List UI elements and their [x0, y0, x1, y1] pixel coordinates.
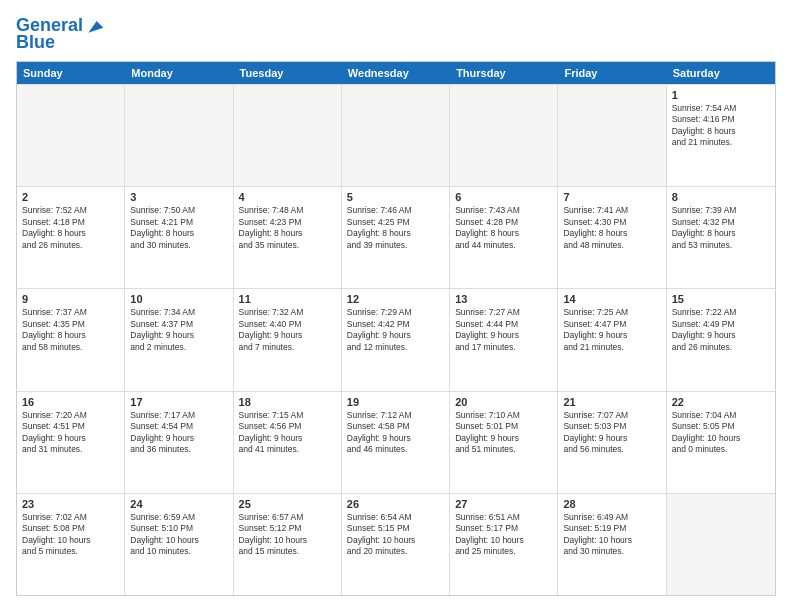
calendar-header: SundayMondayTuesdayWednesdayThursdayFrid… [17, 62, 775, 84]
cell-sun-info: Sunrise: 7:32 AM Sunset: 4:40 PM Dayligh… [239, 307, 336, 353]
cell-sun-info: Sunrise: 7:29 AM Sunset: 4:42 PM Dayligh… [347, 307, 444, 353]
calendar-cell [125, 85, 233, 186]
calendar-row: 9Sunrise: 7:37 AM Sunset: 4:35 PM Daylig… [17, 288, 775, 390]
weekday-header: Friday [558, 62, 666, 84]
calendar-body: 1Sunrise: 7:54 AM Sunset: 4:16 PM Daylig… [17, 84, 775, 595]
cell-sun-info: Sunrise: 7:46 AM Sunset: 4:25 PM Dayligh… [347, 205, 444, 251]
cell-sun-info: Sunrise: 7:34 AM Sunset: 4:37 PM Dayligh… [130, 307, 227, 353]
calendar-cell [450, 85, 558, 186]
calendar-row: 1Sunrise: 7:54 AM Sunset: 4:16 PM Daylig… [17, 84, 775, 186]
cell-sun-info: Sunrise: 7:39 AM Sunset: 4:32 PM Dayligh… [672, 205, 770, 251]
day-number: 23 [22, 498, 119, 510]
weekday-header: Thursday [450, 62, 558, 84]
cell-sun-info: Sunrise: 7:41 AM Sunset: 4:30 PM Dayligh… [563, 205, 660, 251]
calendar-cell: 24Sunrise: 6:59 AM Sunset: 5:10 PM Dayli… [125, 494, 233, 595]
day-number: 20 [455, 396, 552, 408]
day-number: 2 [22, 191, 119, 203]
logo-icon [85, 16, 105, 36]
cell-sun-info: Sunrise: 6:54 AM Sunset: 5:15 PM Dayligh… [347, 512, 444, 558]
cell-sun-info: Sunrise: 7:50 AM Sunset: 4:21 PM Dayligh… [130, 205, 227, 251]
calendar-cell: 10Sunrise: 7:34 AM Sunset: 4:37 PM Dayli… [125, 289, 233, 390]
weekday-header: Saturday [667, 62, 775, 84]
day-number: 28 [563, 498, 660, 510]
day-number: 17 [130, 396, 227, 408]
cell-sun-info: Sunrise: 7:37 AM Sunset: 4:35 PM Dayligh… [22, 307, 119, 353]
calendar-cell: 22Sunrise: 7:04 AM Sunset: 5:05 PM Dayli… [667, 392, 775, 493]
cell-sun-info: Sunrise: 6:51 AM Sunset: 5:17 PM Dayligh… [455, 512, 552, 558]
day-number: 22 [672, 396, 770, 408]
day-number: 7 [563, 191, 660, 203]
cell-sun-info: Sunrise: 7:20 AM Sunset: 4:51 PM Dayligh… [22, 410, 119, 456]
cell-sun-info: Sunrise: 7:17 AM Sunset: 4:54 PM Dayligh… [130, 410, 227, 456]
calendar-cell: 9Sunrise: 7:37 AM Sunset: 4:35 PM Daylig… [17, 289, 125, 390]
calendar-cell: 16Sunrise: 7:20 AM Sunset: 4:51 PM Dayli… [17, 392, 125, 493]
calendar-cell: 4Sunrise: 7:48 AM Sunset: 4:23 PM Daylig… [234, 187, 342, 288]
calendar-cell: 2Sunrise: 7:52 AM Sunset: 4:18 PM Daylig… [17, 187, 125, 288]
weekday-header: Wednesday [342, 62, 450, 84]
calendar-row: 2Sunrise: 7:52 AM Sunset: 4:18 PM Daylig… [17, 186, 775, 288]
calendar-cell: 3Sunrise: 7:50 AM Sunset: 4:21 PM Daylig… [125, 187, 233, 288]
day-number: 9 [22, 293, 119, 305]
calendar-row: 16Sunrise: 7:20 AM Sunset: 4:51 PM Dayli… [17, 391, 775, 493]
calendar-cell: 26Sunrise: 6:54 AM Sunset: 5:15 PM Dayli… [342, 494, 450, 595]
day-number: 5 [347, 191, 444, 203]
weekday-header: Monday [125, 62, 233, 84]
day-number: 21 [563, 396, 660, 408]
day-number: 18 [239, 396, 336, 408]
calendar-cell [342, 85, 450, 186]
day-number: 12 [347, 293, 444, 305]
cell-sun-info: Sunrise: 7:02 AM Sunset: 5:08 PM Dayligh… [22, 512, 119, 558]
day-number: 25 [239, 498, 336, 510]
weekday-header: Tuesday [234, 62, 342, 84]
day-number: 6 [455, 191, 552, 203]
cell-sun-info: Sunrise: 7:27 AM Sunset: 4:44 PM Dayligh… [455, 307, 552, 353]
cell-sun-info: Sunrise: 7:43 AM Sunset: 4:28 PM Dayligh… [455, 205, 552, 251]
calendar-cell: 6Sunrise: 7:43 AM Sunset: 4:28 PM Daylig… [450, 187, 558, 288]
cell-sun-info: Sunrise: 7:04 AM Sunset: 5:05 PM Dayligh… [672, 410, 770, 456]
calendar-cell: 11Sunrise: 7:32 AM Sunset: 4:40 PM Dayli… [234, 289, 342, 390]
day-number: 26 [347, 498, 444, 510]
calendar-cell: 20Sunrise: 7:10 AM Sunset: 5:01 PM Dayli… [450, 392, 558, 493]
calendar-cell: 12Sunrise: 7:29 AM Sunset: 4:42 PM Dayli… [342, 289, 450, 390]
calendar-cell: 7Sunrise: 7:41 AM Sunset: 4:30 PM Daylig… [558, 187, 666, 288]
cell-sun-info: Sunrise: 7:54 AM Sunset: 4:16 PM Dayligh… [672, 103, 770, 149]
cell-sun-info: Sunrise: 7:48 AM Sunset: 4:23 PM Dayligh… [239, 205, 336, 251]
calendar-cell: 21Sunrise: 7:07 AM Sunset: 5:03 PM Dayli… [558, 392, 666, 493]
day-number: 1 [672, 89, 770, 101]
cell-sun-info: Sunrise: 7:12 AM Sunset: 4:58 PM Dayligh… [347, 410, 444, 456]
cell-sun-info: Sunrise: 7:07 AM Sunset: 5:03 PM Dayligh… [563, 410, 660, 456]
calendar-cell: 8Sunrise: 7:39 AM Sunset: 4:32 PM Daylig… [667, 187, 775, 288]
day-number: 3 [130, 191, 227, 203]
cell-sun-info: Sunrise: 7:25 AM Sunset: 4:47 PM Dayligh… [563, 307, 660, 353]
cell-sun-info: Sunrise: 7:52 AM Sunset: 4:18 PM Dayligh… [22, 205, 119, 251]
calendar-cell: 14Sunrise: 7:25 AM Sunset: 4:47 PM Dayli… [558, 289, 666, 390]
weekday-header: Sunday [17, 62, 125, 84]
day-number: 10 [130, 293, 227, 305]
cell-sun-info: Sunrise: 7:22 AM Sunset: 4:49 PM Dayligh… [672, 307, 770, 353]
logo: General Blue [16, 16, 105, 53]
page: General Blue SundayMondayTuesdayWednesda… [0, 0, 792, 612]
day-number: 15 [672, 293, 770, 305]
cell-sun-info: Sunrise: 6:49 AM Sunset: 5:19 PM Dayligh… [563, 512, 660, 558]
calendar-row: 23Sunrise: 7:02 AM Sunset: 5:08 PM Dayli… [17, 493, 775, 595]
calendar-cell: 19Sunrise: 7:12 AM Sunset: 4:58 PM Dayli… [342, 392, 450, 493]
day-number: 19 [347, 396, 444, 408]
day-number: 11 [239, 293, 336, 305]
calendar-cell: 5Sunrise: 7:46 AM Sunset: 4:25 PM Daylig… [342, 187, 450, 288]
svg-marker-0 [88, 21, 103, 33]
day-number: 27 [455, 498, 552, 510]
cell-sun-info: Sunrise: 7:10 AM Sunset: 5:01 PM Dayligh… [455, 410, 552, 456]
calendar-cell: 25Sunrise: 6:57 AM Sunset: 5:12 PM Dayli… [234, 494, 342, 595]
day-number: 24 [130, 498, 227, 510]
calendar-cell: 17Sunrise: 7:17 AM Sunset: 4:54 PM Dayli… [125, 392, 233, 493]
day-number: 4 [239, 191, 336, 203]
calendar-cell: 13Sunrise: 7:27 AM Sunset: 4:44 PM Dayli… [450, 289, 558, 390]
calendar-cell [667, 494, 775, 595]
day-number: 14 [563, 293, 660, 305]
calendar-cell: 18Sunrise: 7:15 AM Sunset: 4:56 PM Dayli… [234, 392, 342, 493]
calendar-cell: 28Sunrise: 6:49 AM Sunset: 5:19 PM Dayli… [558, 494, 666, 595]
day-number: 16 [22, 396, 119, 408]
calendar-cell: 27Sunrise: 6:51 AM Sunset: 5:17 PM Dayli… [450, 494, 558, 595]
header: General Blue [16, 16, 776, 53]
day-number: 8 [672, 191, 770, 203]
